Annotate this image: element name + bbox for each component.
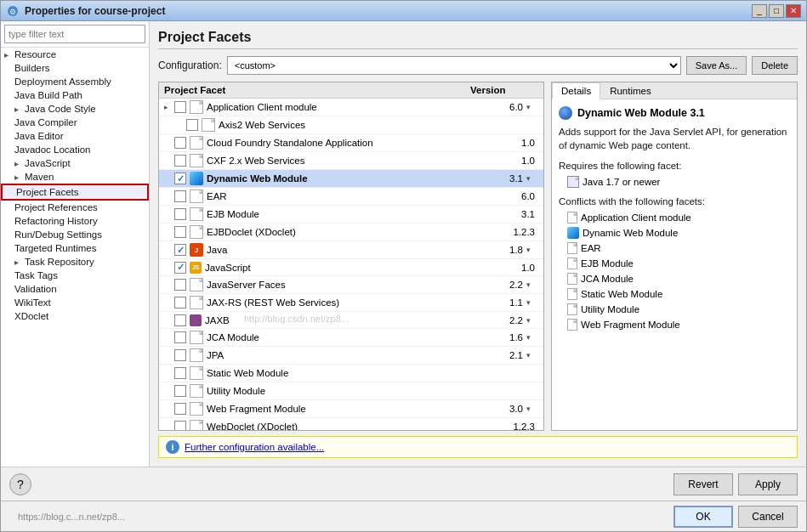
- version-dropdown-icon[interactable]: ▾: [526, 298, 538, 307]
- version-dropdown-icon[interactable]: ▾: [526, 174, 538, 183]
- sidebar-item-project-references[interactable]: Project References: [1, 201, 149, 214]
- facet-row-java[interactable]: ✓ J Java 1.8 ▾: [159, 241, 543, 259]
- facet-checkbox[interactable]: ✓: [174, 173, 186, 184]
- version-dropdown-icon[interactable]: ▾: [526, 103, 538, 111]
- facet-checkbox[interactable]: [174, 421, 186, 430]
- conflict-item-0: Application Client module: [559, 210, 790, 225]
- maximize-button[interactable]: □: [769, 4, 784, 18]
- facet-row-static-web[interactable]: Static Web Module: [159, 365, 543, 382]
- facet-row-jca[interactable]: JCA Module 1.6 ▾: [159, 329, 543, 347]
- sidebar-item-targeted-runtimes[interactable]: Targeted Runtimes: [1, 241, 149, 255]
- conflict-name: Web Fragment Module: [581, 320, 680, 330]
- save-as-button[interactable]: Save As...: [686, 56, 747, 75]
- facet-row-web-fragment[interactable]: Web Fragment Module 3.0 ▾: [159, 400, 543, 418]
- facet-row-cloud-foundry[interactable]: Cloud Foundry Standalone Application 1.0: [159, 134, 543, 152]
- sidebar-item-builders[interactable]: Builders: [1, 61, 149, 75]
- facet-checkbox[interactable]: [174, 403, 186, 415]
- facet-checkbox[interactable]: [174, 190, 186, 202]
- minimize-button[interactable]: _: [752, 4, 767, 18]
- facet-row-jsf[interactable]: JavaServer Faces 2.2 ▾: [159, 276, 543, 294]
- facet-checkbox[interactable]: [174, 385, 186, 397]
- sidebar-item-refactoring-history[interactable]: Refactoring History: [1, 214, 149, 228]
- bottom-right: Revert Apply: [673, 473, 798, 495]
- facet-name: Utility Module: [207, 386, 504, 396]
- facet-icon: [190, 384, 203, 398]
- facet-name: JAX-RS (REST Web Services): [207, 297, 492, 308]
- version-dropdown-icon[interactable]: ▾: [526, 351, 538, 359]
- facet-row-dynamic-web-module[interactable]: ✓ Dynamic Web Module 3.1 ▾: [159, 170, 543, 188]
- facets-list[interactable]: ▸ Application Client module 6.0 ▾: [159, 99, 543, 430]
- window: ⚙ Properties for course-project _ □ ✕ ▸ …: [0, 0, 807, 532]
- facet-row-webdoclet[interactable]: WebDoclet (XDoclet) 1.2.3: [159, 418, 543, 430]
- check-icon: ✓: [177, 245, 185, 256]
- facet-version: 1.0: [504, 138, 538, 148]
- conflict-icon: [567, 273, 577, 285]
- facet-checkbox[interactable]: [174, 101, 186, 113]
- version-dropdown-icon[interactable]: ▾: [526, 316, 538, 325]
- sidebar-item-label: XDoclet: [14, 311, 48, 321]
- version-dropdown-icon[interactable]: ▾: [526, 246, 538, 254]
- facet-checkbox[interactable]: ✓: [174, 262, 186, 274]
- sidebar-item-validation[interactable]: Validation: [1, 282, 149, 296]
- facet-checkbox[interactable]: [174, 367, 186, 379]
- ok-button[interactable]: OK: [673, 506, 733, 528]
- facet-row-app-client[interactable]: ▸ Application Client module 6.0 ▾: [159, 99, 543, 116]
- facet-checkbox[interactable]: [174, 331, 186, 343]
- cancel-button[interactable]: Cancel: [738, 506, 798, 528]
- sidebar-item-java-compiler[interactable]: Java Compiler: [1, 116, 149, 129]
- version-dropdown-icon[interactable]: ▾: [526, 280, 538, 289]
- expand-arrow: ▸: [14, 105, 25, 114]
- details-panel: Details Runtimes Dynamic Web Module 3.1 …: [551, 82, 798, 431]
- facet-checkbox[interactable]: [174, 155, 186, 167]
- sidebar-item-xdoclet[interactable]: XDoclet: [1, 309, 149, 323]
- sidebar-item-resource[interactable]: ▸ Resource: [1, 48, 149, 61]
- facet-checkbox[interactable]: [174, 314, 186, 326]
- help-button[interactable]: ?: [9, 473, 31, 495]
- apply-button[interactable]: Apply: [738, 473, 798, 495]
- facet-checkbox[interactable]: [186, 119, 198, 131]
- facet-checkbox[interactable]: [174, 349, 186, 361]
- facet-checkbox[interactable]: [174, 279, 186, 291]
- tab-runtimes[interactable]: Runtimes: [600, 82, 661, 99]
- filter-input[interactable]: [4, 25, 145, 43]
- revert-button[interactable]: Revert: [673, 473, 733, 495]
- sidebar-item-task-repository[interactable]: ▸ Task Repository: [1, 255, 149, 269]
- facet-row-utility[interactable]: Utility Module: [159, 382, 543, 400]
- sidebar-item-java-editor[interactable]: Java Editor: [1, 129, 149, 143]
- version-dropdown-icon[interactable]: ▾: [526, 405, 538, 413]
- config-select[interactable]: <custom>: [227, 56, 681, 75]
- sidebar-item-project-facets[interactable]: Project Facets: [1, 184, 149, 201]
- facet-checkbox[interactable]: [174, 208, 186, 220]
- sidebar-item-java-code-style[interactable]: ▸ Java Code Style: [1, 102, 149, 116]
- bottom-bar: ? Revert Apply: [1, 467, 806, 501]
- delete-button[interactable]: Delete: [752, 56, 798, 75]
- sidebar-item-deployment-assembly[interactable]: Deployment Assembly: [1, 75, 149, 88]
- sidebar-item-run-debug-settings[interactable]: Run/Debug Settings: [1, 228, 149, 241]
- facet-checkbox[interactable]: [174, 226, 186, 238]
- facet-row-ejb-module[interactable]: EJB Module 3.1: [159, 206, 543, 224]
- sidebar-item-java-build-path[interactable]: Java Build Path: [1, 88, 149, 102]
- details-content: Dynamic Web Module 3.1 Adds support for …: [552, 99, 797, 430]
- facet-row-javascript[interactable]: ✓ JS JavaScript 1.0: [159, 259, 543, 276]
- facet-row-jpa[interactable]: JPA 2.1 ▾: [159, 347, 543, 365]
- sidebar-item-wikitext[interactable]: WikiText: [1, 296, 149, 309]
- facet-checkbox[interactable]: [174, 297, 186, 308]
- sidebar-item-maven[interactable]: ▸ Maven: [1, 170, 149, 184]
- facet-row-cxf[interactable]: CXF 2.x Web Services 1.0: [159, 152, 543, 170]
- version-dropdown-icon[interactable]: ▾: [526, 333, 538, 342]
- facet-row-jaxb[interactable]: JAXB 2.2 ▾ http://blog.csdn.net/zp8...: [159, 312, 543, 329]
- sidebar-tree: ▸ Resource Builders Deployment Assembly …: [1, 48, 149, 467]
- sidebar-item-javadoc-location[interactable]: Javadoc Location: [1, 143, 149, 156]
- facet-checkbox[interactable]: ✓: [174, 244, 186, 256]
- facet-row-axis2[interactable]: Axis2 Web Services: [159, 116, 543, 134]
- sidebar-item-task-tags[interactable]: Task Tags: [1, 269, 149, 282]
- facet-row-jaxrs[interactable]: JAX-RS (REST Web Services) 1.1 ▾: [159, 294, 543, 312]
- further-config-link[interactable]: Further configuration available...: [185, 442, 324, 452]
- sidebar-item-javascript[interactable]: ▸ JavaScript: [1, 156, 149, 170]
- facet-row-ear[interactable]: EAR 6.0: [159, 188, 543, 206]
- facet-row-ejbdoclet[interactable]: EJBDoclet (XDoclet) 1.2.3: [159, 224, 543, 241]
- close-button[interactable]: ✕: [786, 4, 801, 18]
- details-description: Adds support for the Java Servlet API, f…: [559, 125, 790, 152]
- facet-checkbox[interactable]: [174, 137, 186, 149]
- tab-details[interactable]: Details: [552, 82, 600, 99]
